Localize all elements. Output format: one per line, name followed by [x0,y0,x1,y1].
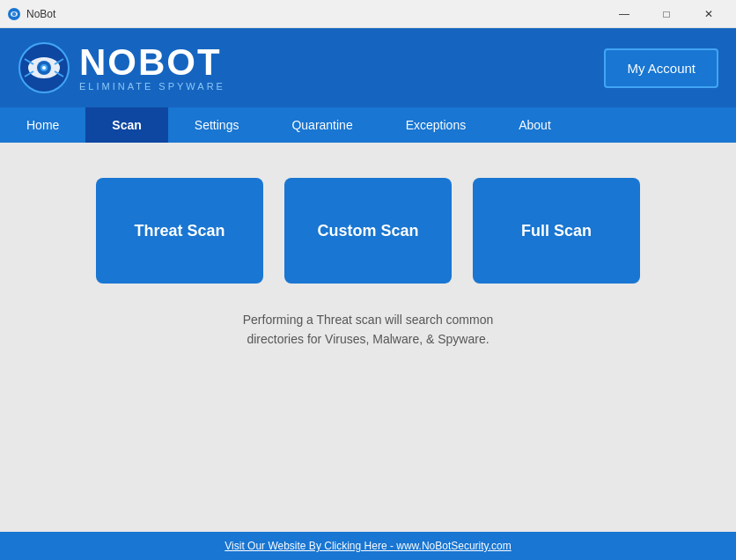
threat-scan-button[interactable]: Threat Scan [96,178,263,284]
scan-description: Performing a Threat scan will search com… [236,310,500,350]
window-controls: — □ ✕ [604,0,729,28]
custom-scan-button[interactable]: Custom Scan [284,178,452,284]
logo-text: NOBOT ELIMINATE SPYWARE [79,44,225,92]
nav-settings[interactable]: Settings [168,107,266,143]
website-link[interactable]: Visit Our Website By Clicking Here - www… [224,540,511,552]
my-account-button[interactable]: My Account [604,48,718,88]
logo-name: NOBOT [79,44,225,81]
app-icon [7,7,21,21]
nav-home[interactable]: Home [0,107,85,143]
header: NOBOT ELIMINATE SPYWARE My Account [0,28,736,107]
nav-bar: Home Scan Settings Quarantine Exceptions… [0,107,736,143]
logo-area: NOBOT ELIMINATE SPYWARE [18,41,225,94]
minimize-button[interactable]: — [604,0,644,28]
nav-about[interactable]: About [492,107,578,143]
nav-quarantine[interactable]: Quarantine [265,107,379,143]
title-bar: NoBot — □ ✕ [0,0,736,28]
scan-cards: Threat Scan Custom Scan Full Scan [96,178,640,284]
svg-point-3 [13,13,15,15]
svg-point-8 [42,66,46,70]
nav-exceptions[interactable]: Exceptions [379,107,492,143]
logo-tagline: ELIMINATE SPYWARE [79,81,225,92]
logo-icon [18,41,70,94]
maximize-button[interactable]: □ [646,0,687,28]
close-button[interactable]: ✕ [688,0,729,28]
full-scan-button[interactable]: Full Scan [473,178,640,284]
title-bar-left: NoBot [7,7,55,21]
footer: Visit Our Website By Clicking Here - www… [0,532,736,560]
main-content: Threat Scan Custom Scan Full Scan Perfor… [0,143,736,532]
nav-scan[interactable]: Scan [85,107,167,143]
app-title: NoBot [26,8,55,20]
